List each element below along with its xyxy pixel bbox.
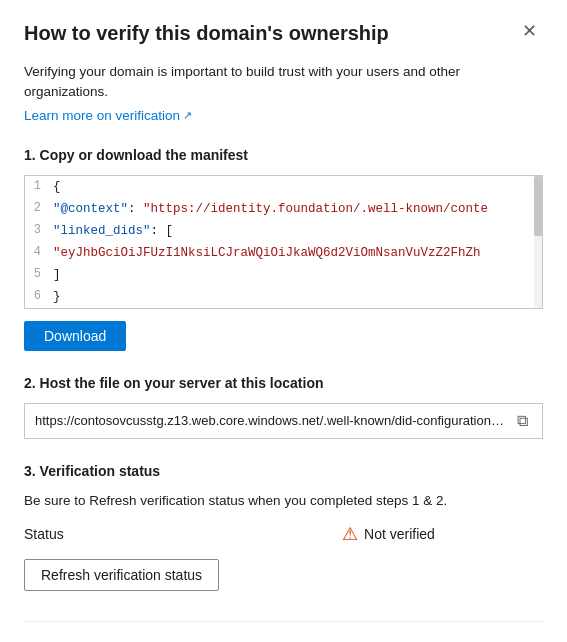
external-link-icon: ↗ bbox=[183, 109, 192, 122]
modal-header: How to verify this domain's ownership ✕ bbox=[24, 20, 543, 46]
step3-title: 3. Verification status bbox=[24, 463, 543, 479]
warning-icon: ⚠ bbox=[342, 525, 358, 543]
url-text: https://contosovcusstg.z13.web.core.wind… bbox=[35, 413, 505, 428]
code-line: 1{ bbox=[25, 176, 542, 198]
code-block: 1{2 "@context": "https://identity.founda… bbox=[25, 176, 542, 308]
code-table: 1{2 "@context": "https://identity.founda… bbox=[25, 176, 542, 308]
code-line: 6} bbox=[25, 286, 542, 308]
line-number: 3 bbox=[25, 220, 53, 242]
not-verified-text: Not verified bbox=[364, 526, 435, 542]
status-value-group: ⚠ Not verified bbox=[192, 525, 435, 543]
line-number: 6 bbox=[25, 286, 53, 308]
code-block-wrapper: 1{2 "@context": "https://identity.founda… bbox=[24, 175, 543, 309]
code-line: 4 "eyJhbGciOiJFUzI1NksiLCJraWQiOiJkaWQ6d… bbox=[25, 242, 542, 264]
modal-title: How to verify this domain's ownership bbox=[24, 20, 389, 46]
step1-section: 1. Copy or download the manifest 1{2 "@c… bbox=[24, 147, 543, 351]
close-button[interactable]: ✕ bbox=[516, 20, 543, 42]
learn-more-link[interactable]: Learn more on verification ↗ bbox=[24, 108, 192, 123]
learn-more-label: Learn more on verification bbox=[24, 108, 180, 123]
scrollbar-track[interactable] bbox=[534, 176, 542, 308]
line-content: "@context": "https://identity.foundation… bbox=[53, 198, 542, 220]
modal-container: How to verify this domain's ownership ✕ … bbox=[0, 0, 567, 642]
description-text: Verifying your domain is important to bu… bbox=[24, 62, 543, 103]
step1-title: 1. Copy or download the manifest bbox=[24, 147, 543, 163]
scrollbar-thumb[interactable] bbox=[534, 176, 542, 236]
copy-icon: ⧉ bbox=[517, 412, 528, 429]
step3-section: 3. Verification status Be sure to Refres… bbox=[24, 463, 543, 591]
refresh-verification-button[interactable]: Refresh verification status bbox=[24, 559, 219, 591]
status-key-label: Status bbox=[24, 526, 84, 542]
url-field-wrapper: https://contosovcusstg.z13.web.core.wind… bbox=[24, 403, 543, 439]
download-button[interactable]: Download bbox=[24, 321, 126, 351]
line-content: ] bbox=[53, 264, 542, 286]
line-number: 1 bbox=[25, 176, 53, 198]
code-line: 3 "linked_dids": [ bbox=[25, 220, 542, 242]
line-content: } bbox=[53, 286, 542, 308]
be-sure-text: Be sure to Refresh verification status w… bbox=[24, 491, 543, 511]
line-content: { bbox=[53, 176, 542, 198]
copy-button[interactable]: ⧉ bbox=[513, 410, 532, 432]
line-content: "linked_dids": [ bbox=[53, 220, 542, 242]
step2-section: 2. Host the file on your server at this … bbox=[24, 375, 543, 439]
code-line: 5 ] bbox=[25, 264, 542, 286]
modal-divider bbox=[24, 621, 543, 622]
line-number: 2 bbox=[25, 198, 53, 220]
status-row: Status ⚠ Not verified bbox=[24, 525, 543, 543]
step2-title: 2. Host the file on your server at this … bbox=[24, 375, 543, 391]
line-number: 5 bbox=[25, 264, 53, 286]
line-number: 4 bbox=[25, 242, 53, 264]
code-line: 2 "@context": "https://identity.foundati… bbox=[25, 198, 542, 220]
line-content: "eyJhbGciOiJFUzI1NksiLCJraWQiOiJkaWQ6d2V… bbox=[53, 242, 542, 264]
